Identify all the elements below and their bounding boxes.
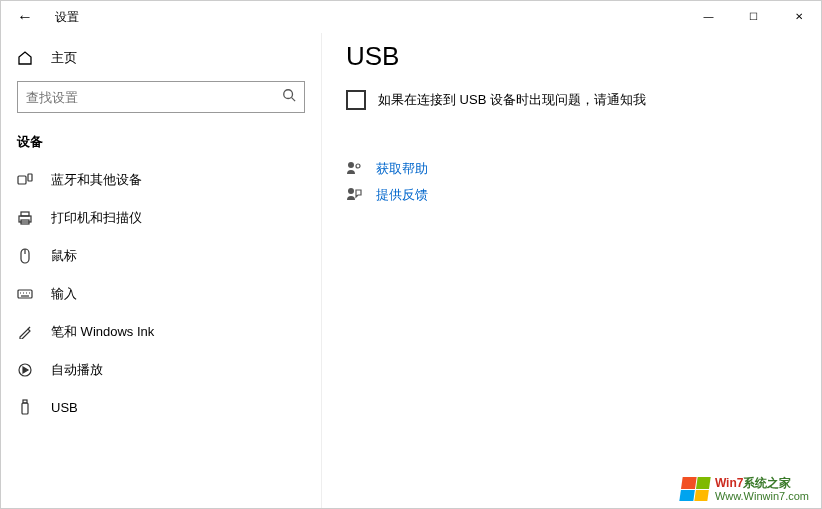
windows-flag-icon	[679, 477, 710, 501]
close-button[interactable]: ✕	[776, 1, 821, 31]
usb-icon	[17, 399, 33, 415]
maximize-button[interactable]: ☐	[731, 1, 776, 31]
sidebar: 主页 设备 蓝牙和其他设备 打印机和扫描仪	[1, 33, 321, 508]
svg-rect-3	[28, 174, 32, 181]
watermark-text: Win7系统之家 Www.Winwin7.com	[715, 477, 809, 502]
notify-usb-label: 如果在连接到 USB 设备时出现问题，请通知我	[378, 91, 646, 109]
minimize-button[interactable]: —	[686, 1, 731, 31]
sidebar-item-label: 打印机和扫描仪	[51, 209, 142, 227]
notify-usb-checkbox[interactable]	[346, 90, 366, 110]
feedback-row: 提供反馈	[346, 186, 797, 204]
sidebar-item-label: USB	[51, 400, 78, 415]
window-title: 设置	[55, 9, 79, 26]
sidebar-item-label: 自动播放	[51, 361, 103, 379]
keyboard-icon	[17, 288, 33, 300]
svg-rect-16	[22, 403, 28, 414]
home-nav[interactable]: 主页	[1, 41, 321, 75]
printer-icon	[17, 211, 33, 225]
svg-rect-5	[21, 212, 29, 216]
bluetooth-devices-icon	[17, 173, 33, 187]
search-input[interactable]	[26, 90, 282, 105]
sidebar-item-printers[interactable]: 打印机和扫描仪	[1, 199, 321, 237]
close-icon: ✕	[795, 11, 803, 22]
sidebar-item-mouse[interactable]: 鼠标	[1, 237, 321, 275]
pen-icon	[17, 325, 33, 339]
search-icon	[282, 88, 296, 106]
sidebar-item-pen[interactable]: 笔和 Windows Ink	[1, 313, 321, 351]
sidebar-item-usb[interactable]: USB	[1, 389, 321, 425]
sidebar-item-label: 输入	[51, 285, 77, 303]
sidebar-item-bluetooth[interactable]: 蓝牙和其他设备	[1, 161, 321, 199]
window-controls: — ☐ ✕	[686, 1, 821, 31]
arrow-left-icon: ←	[17, 8, 33, 26]
notify-usb-issues-row: 如果在连接到 USB 设备时出现问题，请通知我	[346, 90, 797, 110]
svg-point-18	[348, 162, 354, 168]
sidebar-item-label: 笔和 Windows Ink	[51, 323, 154, 341]
get-help-link[interactable]: 获取帮助	[376, 160, 428, 178]
sidebar-item-label: 蓝牙和其他设备	[51, 171, 142, 189]
home-label: 主页	[51, 49, 77, 67]
mouse-icon	[17, 248, 33, 264]
svg-point-0	[284, 90, 293, 99]
home-icon	[17, 50, 33, 66]
sidebar-item-typing[interactable]: 输入	[1, 275, 321, 313]
maximize-icon: ☐	[749, 11, 758, 22]
page-title: USB	[346, 41, 797, 72]
sidebar-section-header: 设备	[1, 127, 321, 161]
help-icon	[346, 161, 362, 178]
svg-rect-2	[18, 176, 26, 184]
back-button[interactable]: ←	[13, 5, 37, 29]
watermark: Win7系统之家 Www.Winwin7.com	[681, 477, 809, 502]
sidebar-item-autoplay[interactable]: 自动播放	[1, 351, 321, 389]
main-content: USB 如果在连接到 USB 设备时出现问题，请通知我 获取帮助 提供反馈	[321, 33, 821, 508]
sidebar-item-label: 鼠标	[51, 247, 77, 265]
minimize-icon: —	[704, 11, 714, 22]
feedback-link[interactable]: 提供反馈	[376, 186, 428, 204]
feedback-icon	[346, 187, 362, 204]
svg-line-1	[292, 98, 296, 102]
svg-point-19	[356, 164, 360, 168]
search-input-container[interactable]	[17, 81, 305, 113]
svg-rect-17	[23, 400, 27, 403]
get-help-row: 获取帮助	[346, 160, 797, 178]
svg-point-20	[348, 188, 354, 194]
autoplay-icon	[17, 363, 33, 377]
svg-rect-9	[18, 290, 32, 298]
